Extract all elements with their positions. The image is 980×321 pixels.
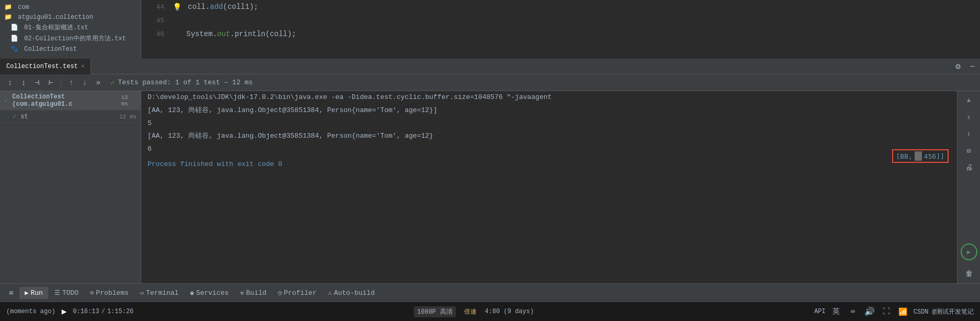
code-line-46: 46 System.out.println(coll);	[141, 27, 980, 41]
arrow-down-button[interactable]: ↓	[79, 77, 91, 88]
file-icon-3: 🐾	[10, 46, 18, 53]
autobuild-button[interactable]: ⚠ Auto-build	[323, 287, 380, 299]
run-button[interactable]: ▶ Run	[19, 287, 48, 299]
code-editor-top: 44 💡 coll.add(coll1); 45 46 System.out.p…	[141, 0, 980, 59]
status-right-area: API 英 ⌨ 🔊 ⛶ 📶 CSDN @测试开发笔记	[814, 305, 974, 318]
time-detail-text: 4:80 (9 days)	[485, 308, 534, 315]
line-number-46: 46	[145, 30, 164, 38]
profiler-icon: ◷	[278, 289, 281, 297]
status-center-area: 1080P 高清 倍速 4:80 (9 days)	[414, 306, 534, 317]
file-tree-file-1[interactable]: 📄 01-集合框架概述.txt	[0, 22, 141, 33]
output-line-1: [AA, 123, 尚硅谷, java.lang.Object@35851384…	[141, 104, 957, 117]
build-label: Build	[246, 289, 266, 297]
test-item-time: 12 ms	[119, 114, 137, 120]
highlighted-text-2: 456]]	[924, 152, 944, 160]
test-toolbar: ↕ ↨ ⊣ ⊢ ↑ ↓ » ✓ Tests passed: 1 of 1 tes…	[0, 74, 980, 91]
sort-asc-button[interactable]: ↕	[4, 77, 16, 88]
output-line-2: 5	[141, 117, 957, 130]
file-tree-root[interactable]: 📁 com	[0, 2, 141, 12]
sort-desc-button[interactable]: ↨	[18, 77, 29, 88]
tab-label: CollectionTest.test	[6, 63, 78, 70]
csdn-text: CSDN @测试开发笔记	[914, 307, 974, 316]
resize-icon-btn[interactable]: ⛶	[880, 305, 893, 318]
file-tree-file-3[interactable]: 🐾 CollectionTest	[0, 44, 141, 54]
scroll-button-3[interactable]: ⊡	[962, 143, 976, 158]
code-area: 📁 com 📁 atguigu01.collection 📄 01-集合框架概述…	[0, 0, 980, 59]
align-right-button[interactable]: ⊢	[45, 77, 57, 88]
align-left-button[interactable]: ⊣	[31, 77, 43, 88]
test-item-name: st	[20, 113, 28, 120]
code-line-45: 45	[141, 14, 980, 27]
cursor	[915, 151, 922, 161]
minimize-icon[interactable]: −	[970, 62, 975, 72]
test-pass-icon: ✓	[110, 78, 115, 87]
test-suite-name: CollectionTest (com.atguigu01.c	[12, 93, 117, 108]
status-resolution[interactable]: 1080P 高清	[414, 306, 455, 317]
problems-button[interactable]: ⊙ Problems	[85, 287, 134, 299]
folder-icon: 📁	[4, 4, 12, 11]
run-icon: ▶	[25, 289, 28, 297]
lang-button[interactable]: 英	[830, 305, 842, 318]
status-play-button[interactable]: ▶	[62, 306, 67, 317]
trash-button[interactable]: 🗑	[962, 267, 976, 281]
code-content-44: coll.add(coll1);	[188, 3, 258, 11]
print-button[interactable]: 🖨	[962, 160, 976, 175]
file-tree-file-2[interactable]: 📄 02-Collection中的常用方法.txt	[0, 33, 141, 44]
services-button[interactable]: ◉ Services	[185, 287, 234, 299]
todo-button[interactable]: ☰ TODO	[49, 287, 84, 299]
moments-ago-text: (moments ago)	[6, 308, 55, 315]
test-status-text: Tests passed: 1 of 1 test – 12 ms	[118, 79, 252, 86]
network-icon-btn[interactable]: 📶	[897, 305, 909, 318]
highlighted-result-box: [BB, 456]]	[892, 149, 949, 163]
profiler-button[interactable]: ◷ Profiler	[273, 287, 322, 299]
todo-label: TODO	[62, 289, 78, 297]
status-moments-ago: (moments ago)	[6, 308, 55, 315]
code-line-44: 44 💡 coll.add(coll1);	[141, 0, 980, 14]
lang-icon: 英	[832, 307, 840, 316]
scroll-up-button[interactable]: ▲	[962, 93, 976, 108]
more-button[interactable]: »	[93, 77, 104, 88]
test-status: ✓ Tests passed: 1 of 1 test – 12 ms	[110, 78, 253, 87]
test-result-suite[interactable]: ✓ CollectionTest (com.atguigu01.c 12 ms	[0, 91, 141, 110]
duration-display: 1:15:26	[107, 308, 133, 315]
toolbar-separator-1	[61, 79, 61, 87]
test-result-item[interactable]: ✓ st 12 ms	[0, 110, 141, 123]
scroll-button-2[interactable]: ↕	[962, 127, 976, 141]
settings-icon[interactable]: ⚙	[955, 62, 961, 72]
keyboard-icon-btn[interactable]: ⌨	[847, 305, 859, 318]
status-api: API	[814, 308, 826, 315]
speaker-icon-btn[interactable]: 🔊	[863, 305, 876, 318]
code-content-46: System.out.println(coll);	[186, 30, 296, 38]
bottom-toolbar: ⊞ ▶ Run ☰ TODO ⊙ Problems ▭ Terminal ◉ S…	[0, 283, 980, 302]
lightbulb-icon[interactable]: 💡	[173, 3, 182, 12]
build-button[interactable]: ⚒ Build	[235, 287, 272, 299]
tab-close-button[interactable]: ×	[81, 63, 85, 70]
terminal-icon: ▭	[140, 289, 144, 297]
terminal-button[interactable]: ▭ Terminal	[135, 287, 184, 299]
tab-bar: CollectionTest.test × ⚙ −	[0, 59, 980, 74]
line-number-45: 45	[145, 17, 164, 25]
scroll-button-1[interactable]: ⇑	[962, 110, 976, 125]
output-panel: D:\develop_tools\JDK\jdk-17.0.2\bin\java…	[141, 91, 957, 283]
time-separator: /	[102, 308, 105, 315]
status-speed[interactable]: 倍速	[464, 307, 477, 316]
status-time: 0:16:13 / 1:15:26	[73, 308, 133, 315]
api-label: API	[814, 308, 826, 315]
run-circle-button[interactable]: ▶	[961, 243, 977, 260]
output-line-3: [AA, 123, 尚硅谷, java.lang.Object@35851384…	[141, 130, 957, 143]
status-time-detail: 4:80 (9 days)	[485, 308, 534, 315]
test-suite-time: 12 ms	[121, 94, 137, 107]
build-icon: ⚒	[240, 289, 244, 297]
resolution-badge: 1080P 高清	[414, 306, 455, 317]
test-item-pass-icon: ✓	[13, 113, 16, 120]
todo-icon: ☰	[54, 289, 60, 297]
file-tree-collection[interactable]: 📁 atguigu01.collection	[0, 12, 141, 22]
time-display: 0:16:13	[73, 308, 99, 315]
tool-button[interactable]: ⊞	[4, 287, 18, 299]
speed-badge: 倍速	[464, 307, 477, 316]
tab-collection-test[interactable]: CollectionTest.test ×	[0, 59, 91, 74]
test-results-panel: ✓ CollectionTest (com.atguigu01.c 12 ms …	[0, 91, 141, 283]
file-tree: 📁 com 📁 atguigu01.collection 📄 01-集合框架概述…	[0, 0, 141, 59]
file-icon-1: 📄	[10, 24, 18, 31]
arrow-up-button[interactable]: ↑	[65, 77, 77, 88]
